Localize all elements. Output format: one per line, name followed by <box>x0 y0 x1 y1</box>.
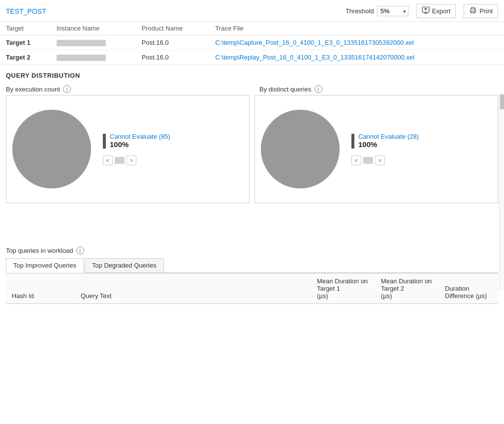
tab-top-degraded[interactable]: Top Degraded Queries <box>85 258 164 273</box>
blurred-instance-1 <box>57 40 106 46</box>
legend-item-2: Cannot Evaluate (28) 100% <box>351 133 492 149</box>
spacer <box>0 209 504 239</box>
charts-row: Cannot Evaluate (85) 100% < > <box>0 95 504 209</box>
export-icon <box>422 6 430 16</box>
bottom-section: Top queries in workload i Top Improved Q… <box>0 239 504 304</box>
chart2-page-indicator <box>363 157 373 164</box>
chart2-prev-btn[interactable]: < <box>351 155 361 165</box>
col-header-trace: Trace File <box>209 22 504 35</box>
blurred-instance-2 <box>57 55 106 61</box>
target-1-trace: C:\temp\Capture_Post_16_0_4100_1_E3_0_13… <box>209 35 504 50</box>
table-row: Target 1 Post.16.0 C:\temp\Capture_Post_… <box>0 35 504 50</box>
legend-color-bar-2 <box>351 134 354 149</box>
chart1-pie <box>12 110 91 188</box>
chart1-box: Cannot Evaluate (85) 100% < > <box>6 95 250 203</box>
svg-rect-5 <box>472 11 474 12</box>
workload-info-icon[interactable]: i <box>76 246 84 254</box>
col-header-product: Product Name <box>136 22 210 35</box>
target-2-instance <box>51 50 136 65</box>
legend-text-1: Cannot Evaluate (85) 100% <box>110 133 170 149</box>
scrollbar-track[interactable] <box>499 93 504 290</box>
pie-circle-1 <box>12 110 91 188</box>
chart1-label-container: By execution count i <box>6 85 245 93</box>
toolbar: Threshold 1% 2% 5% 10% <box>346 4 498 18</box>
chart1-info-icon[interactable]: i <box>63 85 71 93</box>
chart1-page-indicator <box>115 157 125 164</box>
col-header-instance: Instance Name <box>51 22 136 35</box>
chart2-pie <box>261 110 340 188</box>
chart1-prev-btn[interactable]: < <box>103 155 113 165</box>
col-header-duration-diff: DurationDifference (µs) <box>439 273 498 304</box>
target-table: Target Instance Name Product Name Trace … <box>0 22 504 65</box>
chart1-label: By execution count <box>6 86 60 93</box>
title-link[interactable]: TEST_POST <box>6 7 46 15</box>
col-header-mean-t2: Mean Duration on Target 2(µs) <box>375 273 439 304</box>
chart2-nav: < > <box>351 155 492 165</box>
target-1-product: Post.16.0 <box>136 35 210 50</box>
export-button[interactable]: Export <box>416 4 456 18</box>
chart1-pct: 100% <box>110 140 170 149</box>
col-header-hash: Hash Id <box>6 273 75 304</box>
chart1-legend: Cannot Evaluate (85) 100% < > <box>103 133 243 165</box>
legend-text-2: Cannot Evaluate (28) 100% <box>358 133 419 149</box>
chart2-next-btn[interactable]: > <box>375 155 385 165</box>
print-label: Print <box>479 7 493 15</box>
workload-label-text: Top queries in workload <box>6 247 73 254</box>
col-header-target: Target <box>0 22 51 35</box>
threshold-select-wrapper: 1% 2% 5% 10% <box>377 6 409 16</box>
col-header-mean-t1: Mean Duration on Target 1(µs) <box>311 273 375 304</box>
chart2-info-icon[interactable]: i <box>315 85 322 93</box>
export-label: Export <box>432 7 451 15</box>
print-icon <box>469 6 477 16</box>
threshold-group: Threshold 1% 2% 5% 10% <box>346 6 409 16</box>
chart-labels-row: By execution count i By distinct queries… <box>0 82 504 95</box>
top-bar: TEST_POST Threshold 1% 2% 5% 10% <box>0 0 504 22</box>
svg-point-6 <box>474 9 475 10</box>
legend-item-1: Cannot Evaluate (85) 100% <box>103 133 243 149</box>
chart2-box: Cannot Evaluate (28) 100% < > <box>254 95 498 203</box>
tabs-row: Top Improved Queries Top Degraded Querie… <box>6 258 498 273</box>
target-2-product: Post.16.0 <box>136 50 210 65</box>
target-1-instance <box>51 35 136 50</box>
chart2-label: By distinct queries <box>259 86 312 93</box>
target-1-name: Target 1 <box>0 35 51 50</box>
target-2-name: Target 2 <box>0 50 51 65</box>
query-distribution-header: QUERY DISTRIBUTION <box>0 65 504 82</box>
chart1-next-btn[interactable]: > <box>126 155 136 165</box>
chart2-legend: Cannot Evaluate (28) 100% < > <box>351 133 492 165</box>
results-table: Hash Id Query Text Mean Duration on Targ… <box>6 273 498 304</box>
chart2-label-container: By distinct queries i <box>259 85 498 93</box>
threshold-select[interactable]: 1% 2% 5% 10% <box>377 6 409 16</box>
tab-top-improved[interactable]: Top Improved Queries <box>6 258 84 273</box>
pie-circle-2 <box>261 110 340 188</box>
chart2-pct: 100% <box>358 140 419 149</box>
legend-color-bar-1 <box>103 134 106 149</box>
table-row: Target 2 Post.16.0 C:\temp\Replay_Post_1… <box>0 50 504 65</box>
col-header-query: Query Text <box>75 273 311 304</box>
print-button[interactable]: Print <box>464 4 498 18</box>
workload-label-row: Top queries in workload i <box>6 246 498 254</box>
chart1-nav: < > <box>103 155 243 165</box>
cannot-evaluate-link-1[interactable]: Cannot Evaluate (85) <box>110 133 170 140</box>
cannot-evaluate-link-2[interactable]: Cannot Evaluate (28) <box>358 133 419 140</box>
threshold-label: Threshold <box>346 7 374 15</box>
target-2-trace: C:\temp\Replay_Post_16_0_4100_1_E3_0_133… <box>209 50 504 65</box>
scrollbar-thumb[interactable] <box>500 94 504 109</box>
title-link-container: TEST_POST <box>6 7 46 15</box>
